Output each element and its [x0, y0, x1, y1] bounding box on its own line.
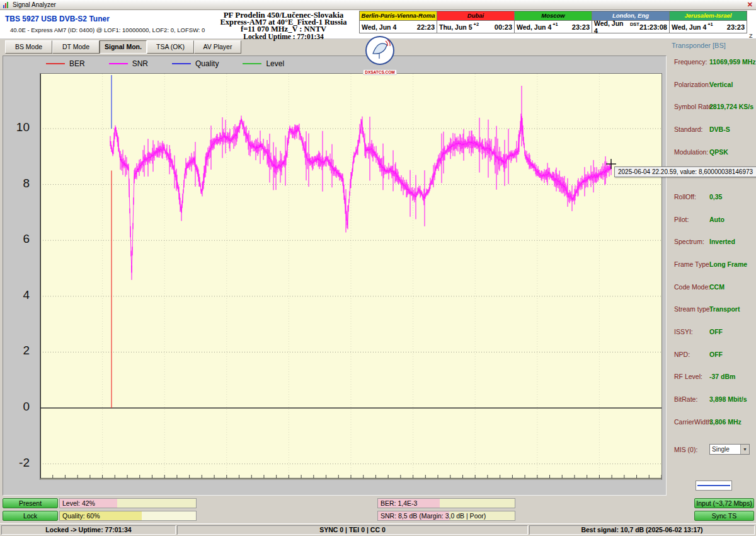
field-frequency: Frequency:11069,959 MHz — [674, 58, 755, 66]
title-bar: Signal Analyzer ✕ — [0, 0, 756, 10]
site-info: PF Prodelin 450/Lučenec-Slovakia Express… — [202, 10, 365, 40]
site-line-4: Locked Uptime : 77:01:34 — [202, 33, 365, 41]
clock-city: Moscow — [515, 11, 592, 21]
clock-london: London, Eng Wed, Jun 4 DST 21:23:08 — [592, 11, 670, 33]
snr-bar-label: SNR: 8,5 dB (Margin: 3,0 dB | Poor) — [381, 511, 486, 520]
clock-dubai: Dubai Thu, Jun 5 +2 00:23 — [437, 11, 515, 33]
legend-label: BER — [69, 59, 85, 68]
status-bar: Locked -> Uptime: 77:01:34 SYNC 0 | TEI … — [0, 523, 756, 536]
status-sync-counters: SYNC 0 | TEI 0 | CC 0 — [177, 525, 528, 535]
window-title: Signal Analyzer — [13, 1, 56, 8]
dxsatcs-logo-emblem — [365, 36, 394, 65]
legend-item-snr: SNR — [109, 59, 148, 68]
field-symbol-rate: Symbol Rate:2819,724 KS/s — [674, 103, 755, 111]
clock-city: Jerusalem-Israel — [670, 11, 747, 21]
legend-label: Level — [266, 59, 284, 68]
status-best-signal: Best signal: 10,7 dB (2025-06-02 13:17) — [529, 525, 755, 535]
dxsatcs-logo: DXSATCS.COM — [362, 36, 398, 76]
tab-dt-mode[interactable]: DT Mode — [52, 40, 100, 54]
legend-swatch-snr — [109, 63, 128, 64]
mini-level-meter — [696, 481, 732, 491]
clock-time: 23:23 — [572, 23, 590, 31]
clock-offset: +1 — [553, 21, 558, 27]
header: TBS 5927 USB DVB-S2 Tuner 40.0E - Expres… — [0, 10, 756, 39]
clock-offset: +2 — [474, 21, 479, 27]
field-carrier-width: CarrierWidth:3,806 MHz — [674, 418, 755, 426]
tab-tsa[interactable]: TSA (OK) — [147, 40, 194, 54]
field-rolloff: RollOff:0,35 — [674, 193, 755, 201]
field-code-mode: Code Mode:CCM — [674, 283, 755, 291]
y-axis-tick: 0 — [3, 400, 30, 414]
legend-swatch-quality — [172, 63, 191, 64]
lock-indicator: Lock — [3, 511, 58, 521]
clock-berlin: Berlin-Paris-Vienna-Roma Wed, Jun 4 22:2… — [359, 11, 437, 33]
tab-bs-mode[interactable]: BS Mode — [5, 40, 52, 54]
tab-signal-mon[interactable]: Signal Mon. — [100, 40, 147, 54]
clock-jerusalem: Jerusalem-Israel Wed, Jun 4 +1 23:23 — [669, 11, 747, 33]
field-spectrum: Spectrum:Inverted — [674, 238, 755, 246]
snr-plot-svg — [40, 74, 662, 479]
legend-label: Quality — [195, 59, 219, 68]
field-polarization: Polarization:Vertical — [674, 81, 755, 89]
status-uptime: Locked -> Uptime: 77:01:34 — [1, 525, 176, 535]
field-standard: Standard:DVB-S — [674, 125, 755, 134]
field-bitrate: BitRate:3,898 Mbit/s — [674, 395, 755, 404]
chart-legend: BER SNR Quality Level — [46, 59, 308, 68]
transponder-panel-title: Transponder [BS] — [672, 42, 726, 49]
mis-dropdown[interactable]: Single ▼ — [709, 444, 750, 455]
y-axis-tick: 10 — [3, 120, 30, 134]
field-npd: NPD:OFF — [674, 351, 755, 359]
y-axis-tick: -2 — [3, 456, 30, 470]
input-indicator: Input (~3,72 Mbps) — [694, 498, 754, 508]
field-stream-type: Stream type:Transport — [674, 305, 755, 313]
clock-date: Wed, Jun 4 — [672, 23, 706, 31]
clock-time: 22:23 — [417, 23, 435, 31]
y-axis-tick: 8 — [3, 177, 30, 190]
legend-swatch-ber — [46, 63, 65, 64]
ber-bar: BER: 1,4E-3 — [377, 498, 515, 508]
snr-plot-area[interactable] — [40, 73, 662, 480]
world-clocks: Berlin-Paris-Vienna-Roma Wed, Jun 4 22:2… — [359, 11, 747, 33]
tuner-details: 40.0E - Express AM7 (ID: 0400) @ LOF1: 1… — [10, 26, 205, 33]
field-issyi: ISSYI:OFF — [674, 328, 755, 336]
ber-bar-label: BER: 1,4E-3 — [381, 499, 417, 508]
app-icon — [3, 1, 10, 9]
chart-panel: BER SNR Quality Level 10 8 6 4 2 0 -2 — [3, 55, 667, 496]
close-icon[interactable]: ✕ — [747, 1, 753, 9]
tuner-name: TBS 5927 USB DVB-S2 Tuner — [5, 15, 110, 23]
legend-swatch-level — [243, 63, 261, 64]
snr-bar: SNR: 8,5 dB (Margin: 3,0 dB | Poor) — [377, 511, 515, 521]
signal-analyzer-window: Signal Analyzer ✕ TBS 5927 USB DVB-S2 Tu… — [0, 0, 756, 536]
clock-offset: DST — [630, 21, 639, 27]
legend-item-level: Level — [243, 59, 284, 68]
legend-item-ber: BER — [46, 59, 85, 68]
quality-bar-label: Quality: 60% — [62, 511, 100, 520]
site-line-3: f=11 070 MHz_V : NNTV — [202, 26, 365, 33]
clock-time: 21:23:08 — [639, 23, 667, 31]
y-axis-tick: 4 — [3, 288, 30, 302]
clock-date: Wed, Jun 4 — [594, 20, 629, 35]
sync-ts-indicator: Sync TS — [694, 511, 754, 521]
clock-city: Berlin-Paris-Vienna-Roma — [360, 11, 437, 21]
clock-moscow: Moscow Wed, Jun 4 +1 23:23 — [514, 11, 592, 33]
clock-time: 00:23 — [495, 23, 512, 31]
y-axis-tick: 6 — [3, 232, 30, 246]
chart-tooltip: 2025-06-04 22.20.59, value: 8,6000003814… — [614, 166, 756, 177]
clock-date: Wed, Jun 4 — [517, 23, 551, 31]
zoom-icon[interactable]: Z — [749, 33, 753, 39]
legend-label: SNR — [132, 59, 148, 68]
chevron-down-icon[interactable]: ▼ — [740, 445, 749, 454]
clock-offset: +1 — [707, 21, 713, 27]
field-modulation: Modulation:QPSK — [674, 148, 755, 156]
dxsatcs-logo-text: DXSATCS.COM — [363, 69, 397, 75]
mis-selected-value: Single — [710, 446, 740, 453]
legend-item-quality: Quality — [172, 59, 219, 68]
clock-city: Dubai — [437, 11, 514, 21]
field-rf-level: RF Level:-37 dBm — [674, 373, 755, 381]
present-indicator: Present — [3, 498, 58, 508]
level-bar: Level: 42% — [59, 498, 197, 508]
tab-av-player[interactable]: AV Player — [194, 40, 241, 54]
y-axis-tick: 2 — [3, 344, 30, 358]
clock-date: Thu, Jun 5 — [439, 23, 472, 31]
mini-level-line — [697, 485, 730, 486]
